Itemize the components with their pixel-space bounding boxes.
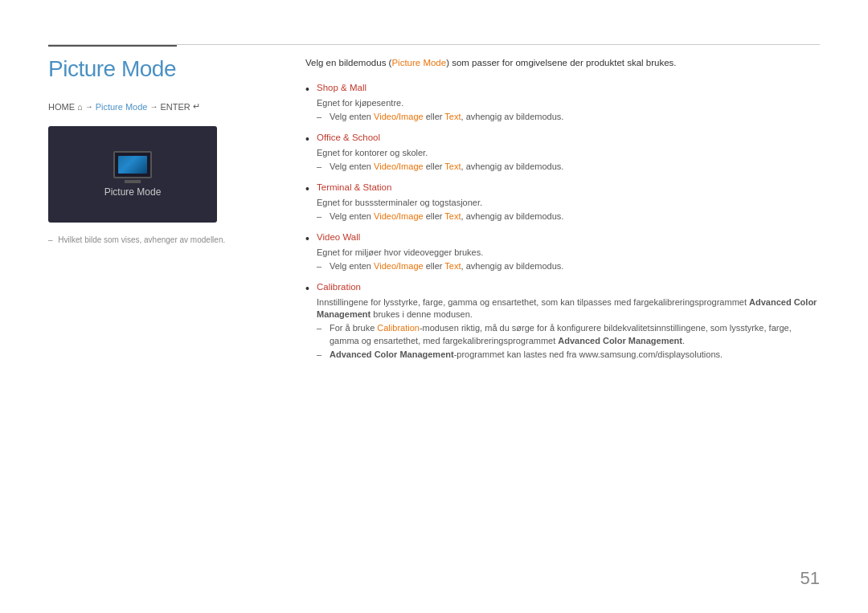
acm-bold-3: Advanced Color Management bbox=[330, 349, 454, 359]
vi-link-videowall: Video/Image bbox=[374, 261, 424, 271]
item-title-shop: Shop & Mall bbox=[317, 83, 366, 92]
list-item-office: Office & School Egnet for kontorer og sk… bbox=[305, 131, 820, 173]
item-sub-terminal: Velg enten Video/Image eller Text, avhen… bbox=[317, 210, 820, 223]
calibration-highlight: Calibration bbox=[377, 323, 420, 333]
breadcrumb-home: HOME bbox=[48, 102, 75, 112]
item-title-office: Office & School bbox=[317, 133, 380, 142]
breadcrumb-enter-icon: ↵ bbox=[193, 101, 200, 112]
picture-mode-preview-box: Picture Mode bbox=[48, 126, 217, 223]
item-title-calibration: Calibration bbox=[317, 282, 361, 292]
item-sub-shop: Velg enten Video/Image eller Text, avhen… bbox=[317, 111, 820, 123]
caption-content: Hvilket bilde som vises, avhenger av mod… bbox=[58, 235, 225, 244]
item-desc-office: Egnet for kontorer og skoler. bbox=[317, 147, 820, 159]
top-rule bbox=[48, 44, 820, 45]
item-sub-office: Velg enten Video/Image eller Text, avhen… bbox=[317, 161, 820, 173]
page-title: Picture Mode bbox=[48, 56, 273, 82]
breadcrumb-enter: ENTER bbox=[160, 102, 190, 112]
item-sub-calibration-2: Advanced Color Management-programmet kan… bbox=[317, 349, 820, 361]
breadcrumb-home-icon: ⌂ bbox=[77, 102, 83, 112]
page-container: Picture Mode HOME ⌂ → Picture Mode → ENT… bbox=[0, 0, 868, 613]
acm-bold-1: Advanced Color Management bbox=[317, 297, 817, 319]
breadcrumb: HOME ⌂ → Picture Mode → ENTER ↵ bbox=[48, 101, 273, 112]
intro-before: Velg en bildemodus ( bbox=[305, 58, 391, 67]
page-number: 51 bbox=[800, 568, 820, 589]
intro-text: Velg en bildemodus (Picture Mode) som pa… bbox=[305, 56, 820, 70]
text-link-videowall: Text bbox=[444, 261, 461, 271]
vi-link-office: Video/Image bbox=[374, 161, 424, 171]
caption-text: – Hvilket bilde som vises, avhenger av m… bbox=[48, 235, 273, 244]
intro-after: ) som passer for omgivelsene der produkt… bbox=[446, 58, 676, 67]
text-link-shop: Text bbox=[444, 112, 461, 121]
breadcrumb-arrow1: → bbox=[85, 102, 93, 111]
item-desc-shop: Egnet for kjøpesentre. bbox=[317, 97, 820, 109]
text-link-terminal: Text bbox=[444, 211, 461, 221]
content-area: Picture Mode HOME ⌂ → Picture Mode → ENT… bbox=[48, 56, 820, 370]
item-title-terminal: Terminal & Station bbox=[317, 182, 391, 192]
left-column: Picture Mode HOME ⌂ → Picture Mode → ENT… bbox=[48, 56, 273, 370]
text-link-office: Text bbox=[444, 161, 461, 171]
item-desc-videowall: Egnet for miljøer hvor videovegger bruke… bbox=[317, 247, 820, 259]
item-sub-videowall: Velg enten Video/Image eller Text, avhen… bbox=[317, 260, 820, 272]
intro-highlight: Picture Mode bbox=[391, 58, 446, 67]
list-item-calibration: Calibration Innstillingene for lysstyrke… bbox=[305, 280, 820, 361]
list-item-shop: Shop & Mall Egnet for kjøpesentre. Velg … bbox=[305, 81, 820, 123]
list-item-terminal: Terminal & Station Egnet for bussstermin… bbox=[305, 181, 820, 223]
breadcrumb-arrow2: → bbox=[149, 102, 158, 111]
item-desc-terminal: Egnet for busssterminaler og togstasjone… bbox=[317, 197, 820, 209]
item-sub-calibration-1: For å bruke Calibration-modusen riktig, … bbox=[317, 322, 820, 347]
monitor-icon bbox=[113, 151, 152, 178]
list-item-videowall: Video Wall Egnet for miljøer hvor videov… bbox=[305, 231, 820, 272]
right-column: Velg en bildemodus (Picture Mode) som pa… bbox=[305, 56, 820, 370]
breadcrumb-picture-mode: Picture Mode bbox=[96, 102, 148, 112]
acm-bold-2: Advanced Color Management bbox=[558, 336, 682, 345]
item-desc-calibration: Innstillingene for lysstyrke, farge, gam… bbox=[317, 296, 820, 321]
bullet-list: Shop & Mall Egnet for kjøpesentre. Velg … bbox=[305, 81, 820, 361]
vi-link-terminal: Video/Image bbox=[374, 211, 424, 221]
caption-dash: – bbox=[48, 235, 53, 244]
box-label: Picture Mode bbox=[104, 186, 162, 198]
monitor-screen bbox=[118, 156, 147, 174]
vi-link-shop: Video/Image bbox=[374, 112, 424, 121]
item-title-videowall: Video Wall bbox=[317, 232, 360, 242]
